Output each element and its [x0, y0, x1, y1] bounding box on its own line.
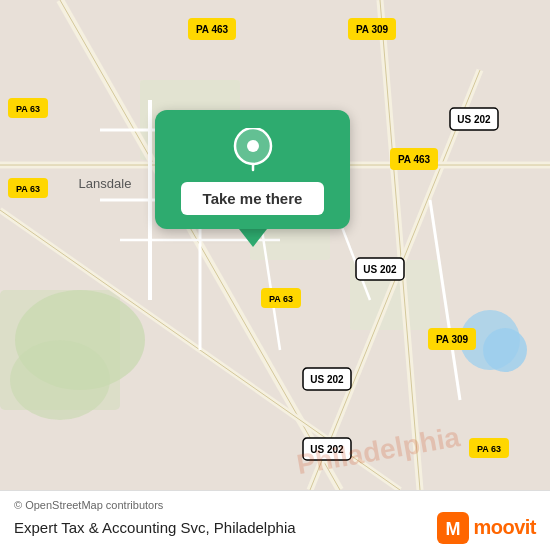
- moovit-logo: M moovit: [437, 512, 536, 544]
- svg-text:US 202: US 202: [457, 114, 491, 125]
- svg-text:PA 63: PA 63: [16, 104, 40, 114]
- copyright-text: © OpenStreetMap contributors: [14, 499, 163, 511]
- location-pin-icon: [231, 128, 275, 172]
- bottom-bar: © OpenStreetMap contributors Expert Tax …: [0, 490, 550, 550]
- moovit-text: moovit: [473, 516, 536, 539]
- popup-box: Take me there: [155, 110, 350, 229]
- svg-text:PA 63: PA 63: [16, 184, 40, 194]
- map-popup: Take me there: [155, 110, 350, 247]
- svg-text:PA 463: PA 463: [398, 154, 431, 165]
- svg-point-5: [483, 328, 527, 372]
- take-me-there-button[interactable]: Take me there: [181, 182, 325, 215]
- map-container: PA 463 PA 309 PA 63 US 202 PA 463 PA 63 …: [0, 0, 550, 490]
- svg-text:PA 309: PA 309: [436, 334, 469, 345]
- moovit-icon: M: [437, 512, 469, 544]
- svg-text:US 202: US 202: [363, 264, 397, 275]
- svg-text:PA 63: PA 63: [269, 294, 293, 304]
- svg-text:PA 63: PA 63: [477, 444, 501, 454]
- bottom-content: Expert Tax & Accounting Svc, Philadelphi…: [14, 512, 536, 544]
- svg-rect-3: [0, 290, 120, 410]
- place-name: Expert Tax & Accounting Svc, Philadelphi…: [14, 519, 296, 536]
- popup-triangle: [239, 229, 267, 247]
- svg-text:M: M: [446, 519, 461, 539]
- svg-point-55: [247, 140, 259, 152]
- svg-text:Lansdale: Lansdale: [79, 176, 132, 191]
- svg-text:PA 463: PA 463: [196, 24, 229, 35]
- svg-text:US 202: US 202: [310, 374, 344, 385]
- svg-text:PA 309: PA 309: [356, 24, 389, 35]
